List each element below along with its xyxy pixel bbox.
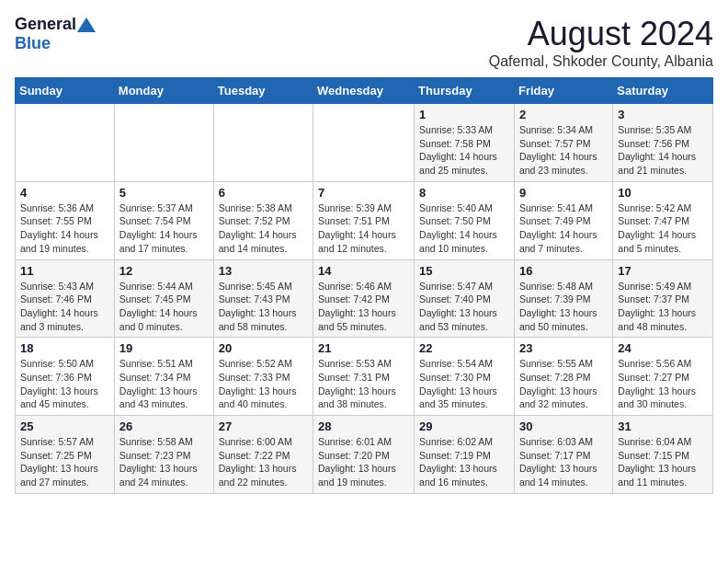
day-detail: Sunrise: 5:52 AM Sunset: 7:33 PM Dayligh…: [219, 357, 308, 411]
day-number: 31: [618, 419, 708, 433]
day-detail: Sunrise: 5:42 AM Sunset: 7:47 PM Dayligh…: [618, 201, 708, 256]
day-detail: Sunrise: 5:48 AM Sunset: 7:39 PM Dayligh…: [519, 280, 608, 334]
day-number: 8: [419, 186, 509, 200]
day-number: 21: [318, 341, 409, 355]
day-number: 25: [20, 419, 109, 433]
weekday-header-wednesday: Wednesday: [313, 78, 415, 104]
day-number: 23: [519, 341, 608, 355]
calendar-cell: [114, 104, 213, 182]
day-detail: Sunrise: 5:35 AM Sunset: 7:56 PM Dayligh…: [618, 123, 708, 178]
weekday-header-saturday: Saturday: [613, 78, 713, 104]
weekday-header-friday: Friday: [514, 78, 612, 104]
day-detail: Sunrise: 5:43 AM Sunset: 7:46 PM Dayligh…: [20, 280, 109, 334]
day-number: 4: [20, 186, 109, 200]
day-number: 24: [618, 341, 708, 355]
day-detail: Sunrise: 5:36 AM Sunset: 7:55 PM Dayligh…: [20, 201, 109, 256]
svg-marker-0: [77, 17, 96, 32]
calendar-cell: 16Sunrise: 5:48 AM Sunset: 7:39 PM Dayli…: [514, 259, 612, 338]
calendar-cell: 8Sunrise: 5:40 AM Sunset: 7:50 PM Daylig…: [415, 181, 515, 259]
day-number: 5: [119, 186, 209, 200]
calendar-cell: 13Sunrise: 5:45 AM Sunset: 7:43 PM Dayli…: [213, 259, 313, 338]
day-number: 9: [519, 186, 608, 200]
calendar-cell: 24Sunrise: 5:56 AM Sunset: 7:27 PM Dayli…: [613, 338, 713, 416]
day-number: 1: [419, 108, 509, 121]
calendar-cell: 14Sunrise: 5:46 AM Sunset: 7:42 PM Dayli…: [313, 259, 415, 338]
calendar-cell: 28Sunrise: 6:01 AM Sunset: 7:20 PM Dayli…: [313, 416, 415, 494]
day-detail: Sunrise: 5:44 AM Sunset: 7:45 PM Dayligh…: [119, 280, 209, 334]
calendar-week-2: 4Sunrise: 5:36 AM Sunset: 7:55 PM Daylig…: [16, 181, 713, 259]
title-section: August 2024 Qafemal, Shkoder County, Alb…: [489, 15, 713, 70]
calendar: SundayMondayTuesdayWednesdayThursdayFrid…: [15, 77, 713, 494]
calendar-cell: [213, 104, 313, 182]
day-number: 6: [219, 186, 308, 200]
day-detail: Sunrise: 5:45 AM Sunset: 7:43 PM Dayligh…: [219, 280, 308, 334]
location: Qafemal, Shkoder County, Albania: [489, 53, 713, 70]
day-detail: Sunrise: 5:41 AM Sunset: 7:49 PM Dayligh…: [519, 201, 608, 256]
day-detail: Sunrise: 5:58 AM Sunset: 7:23 PM Dayligh…: [119, 435, 209, 489]
calendar-cell: 5Sunrise: 5:37 AM Sunset: 7:54 PM Daylig…: [114, 181, 213, 259]
calendar-cell: 9Sunrise: 5:41 AM Sunset: 7:49 PM Daylig…: [514, 181, 612, 259]
calendar-cell: 26Sunrise: 5:58 AM Sunset: 7:23 PM Dayli…: [114, 416, 213, 494]
calendar-cell: 17Sunrise: 5:49 AM Sunset: 7:37 PM Dayli…: [613, 259, 713, 338]
logo-general: General: [15, 15, 76, 34]
day-detail: Sunrise: 5:34 AM Sunset: 7:57 PM Dayligh…: [519, 123, 608, 178]
calendar-cell: 29Sunrise: 6:02 AM Sunset: 7:19 PM Dayli…: [415, 416, 515, 494]
calendar-cell: [313, 104, 415, 182]
calendar-cell: 15Sunrise: 5:47 AM Sunset: 7:40 PM Dayli…: [415, 259, 515, 338]
calendar-cell: 10Sunrise: 5:42 AM Sunset: 7:47 PM Dayli…: [613, 181, 713, 259]
day-number: 14: [318, 264, 409, 278]
logo: General Blue: [15, 15, 97, 53]
day-number: 7: [318, 186, 409, 200]
calendar-cell: 27Sunrise: 6:00 AM Sunset: 7:22 PM Dayli…: [213, 416, 313, 494]
calendar-cell: 12Sunrise: 5:44 AM Sunset: 7:45 PM Dayli…: [114, 259, 213, 338]
day-detail: Sunrise: 5:56 AM Sunset: 7:27 PM Dayligh…: [618, 357, 708, 411]
calendar-cell: 19Sunrise: 5:51 AM Sunset: 7:34 PM Dayli…: [114, 338, 213, 416]
logo-triangle-icon: [77, 16, 96, 34]
day-detail: Sunrise: 6:03 AM Sunset: 7:17 PM Dayligh…: [519, 435, 608, 489]
day-number: 26: [119, 419, 209, 433]
calendar-cell: 31Sunrise: 6:04 AM Sunset: 7:15 PM Dayli…: [613, 416, 713, 494]
day-detail: Sunrise: 5:51 AM Sunset: 7:34 PM Dayligh…: [119, 357, 209, 411]
day-detail: Sunrise: 6:04 AM Sunset: 7:15 PM Dayligh…: [618, 435, 708, 489]
calendar-cell: 22Sunrise: 5:54 AM Sunset: 7:30 PM Dayli…: [415, 338, 515, 416]
calendar-cell: 7Sunrise: 5:39 AM Sunset: 7:51 PM Daylig…: [313, 181, 415, 259]
weekday-header-monday: Monday: [114, 78, 213, 104]
day-detail: Sunrise: 5:54 AM Sunset: 7:30 PM Dayligh…: [419, 357, 509, 411]
calendar-cell: 20Sunrise: 5:52 AM Sunset: 7:33 PM Dayli…: [213, 338, 313, 416]
day-detail: Sunrise: 5:53 AM Sunset: 7:31 PM Dayligh…: [318, 357, 409, 411]
calendar-cell: 30Sunrise: 6:03 AM Sunset: 7:17 PM Dayli…: [514, 416, 612, 494]
day-detail: Sunrise: 5:33 AM Sunset: 7:58 PM Dayligh…: [419, 123, 509, 178]
calendar-cell: [16, 104, 115, 182]
day-detail: Sunrise: 5:50 AM Sunset: 7:36 PM Dayligh…: [20, 357, 109, 411]
day-number: 18: [20, 341, 109, 355]
day-number: 11: [20, 264, 109, 278]
day-detail: Sunrise: 5:46 AM Sunset: 7:42 PM Dayligh…: [318, 280, 409, 334]
day-number: 27: [219, 419, 308, 433]
calendar-week-1: 1Sunrise: 5:33 AM Sunset: 7:58 PM Daylig…: [16, 104, 713, 182]
day-detail: Sunrise: 5:39 AM Sunset: 7:51 PM Dayligh…: [318, 201, 409, 256]
calendar-week-3: 11Sunrise: 5:43 AM Sunset: 7:46 PM Dayli…: [16, 259, 713, 338]
day-number: 16: [519, 264, 608, 278]
calendar-cell: 21Sunrise: 5:53 AM Sunset: 7:31 PM Dayli…: [313, 338, 415, 416]
calendar-cell: 11Sunrise: 5:43 AM Sunset: 7:46 PM Dayli…: [16, 259, 115, 338]
day-detail: Sunrise: 5:49 AM Sunset: 7:37 PM Dayligh…: [618, 280, 708, 334]
day-detail: Sunrise: 6:02 AM Sunset: 7:19 PM Dayligh…: [419, 435, 509, 489]
day-number: 22: [419, 341, 509, 355]
day-detail: Sunrise: 5:38 AM Sunset: 7:52 PM Dayligh…: [219, 201, 308, 256]
day-number: 10: [618, 186, 708, 200]
calendar-week-4: 18Sunrise: 5:50 AM Sunset: 7:36 PM Dayli…: [16, 338, 713, 416]
day-detail: Sunrise: 5:55 AM Sunset: 7:28 PM Dayligh…: [519, 357, 608, 411]
day-number: 29: [419, 419, 509, 433]
day-number: 17: [618, 264, 708, 278]
day-detail: Sunrise: 5:57 AM Sunset: 7:25 PM Dayligh…: [20, 435, 109, 489]
calendar-cell: 2Sunrise: 5:34 AM Sunset: 7:57 PM Daylig…: [514, 104, 612, 182]
calendar-cell: 25Sunrise: 5:57 AM Sunset: 7:25 PM Dayli…: [16, 416, 115, 494]
day-number: 2: [519, 108, 608, 121]
day-number: 15: [419, 264, 509, 278]
weekday-header-sunday: Sunday: [16, 78, 115, 104]
day-detail: Sunrise: 6:01 AM Sunset: 7:20 PM Dayligh…: [318, 435, 409, 489]
day-detail: Sunrise: 5:37 AM Sunset: 7:54 PM Dayligh…: [119, 201, 209, 256]
calendar-cell: 4Sunrise: 5:36 AM Sunset: 7:55 PM Daylig…: [16, 181, 115, 259]
day-detail: Sunrise: 5:40 AM Sunset: 7:50 PM Dayligh…: [419, 201, 509, 256]
calendar-week-5: 25Sunrise: 5:57 AM Sunset: 7:25 PM Dayli…: [16, 416, 713, 494]
